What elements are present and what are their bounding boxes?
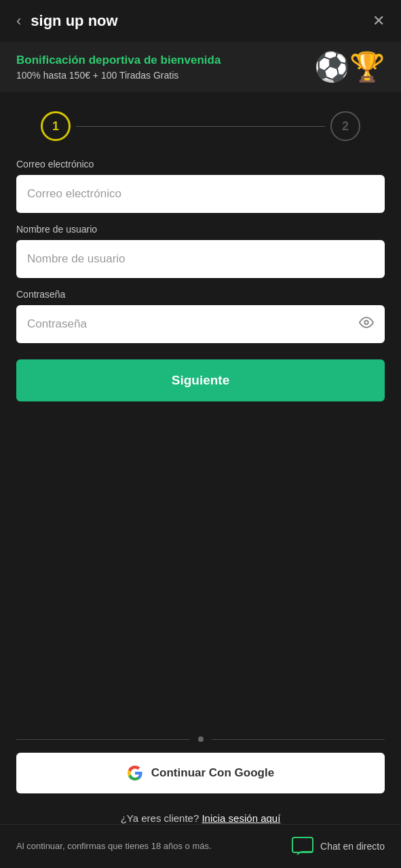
next-button[interactable]: Siguiente — [16, 359, 385, 401]
password-toggle-icon[interactable] — [359, 315, 374, 334]
divider-line-left — [16, 739, 190, 740]
password-label: Contraseña — [16, 289, 385, 300]
chat-label: Chat en directo — [320, 841, 385, 852]
chat-button[interactable]: Chat en directo — [292, 837, 385, 856]
email-field-group: Correo electrónico — [16, 159, 385, 213]
banner-title: Bonificación deportiva de bienvenida — [16, 54, 221, 67]
footer: Al continuar, confirmas que tienes 18 añ… — [0, 824, 401, 868]
username-field-group: Nombre de usuario — [16, 224, 385, 278]
chat-icon — [292, 837, 313, 856]
already-client-text: ¿Ya eres cliente? — [121, 812, 199, 824]
email-input[interactable] — [16, 175, 385, 213]
email-label: Correo electrónico — [16, 159, 385, 170]
progress-steps: 1 2 — [0, 92, 401, 152]
email-input-wrapper — [16, 175, 385, 213]
signup-form: Correo electrónico Nombre de usuario Con… — [0, 152, 401, 720]
username-label: Nombre de usuario — [16, 224, 385, 235]
password-field-group: Contraseña — [16, 289, 385, 343]
page-title: sign up now — [31, 12, 373, 30]
password-input[interactable] — [16, 305, 385, 343]
divider-dot — [198, 736, 204, 742]
banner-text: Bonificación deportiva de bienvenida 100… — [16, 54, 221, 81]
google-signin-button[interactable]: Continuar Con Google — [16, 753, 385, 793]
close-button[interactable]: ✕ — [373, 12, 385, 30]
banner-subtitle: 100% hasta 150€ + 100 Tiradas Gratis — [16, 70, 221, 81]
already-client-section: ¿Ya eres cliente? Inicia sesión aquí — [0, 812, 401, 824]
banner-icons: ⚽🏆 — [314, 53, 385, 81]
svg-point-0 — [364, 321, 368, 325]
step-2: 2 — [330, 111, 360, 141]
password-input-wrapper — [16, 305, 385, 343]
divider — [0, 720, 401, 753]
divider-line-right — [212, 739, 385, 740]
google-icon — [127, 765, 143, 781]
step-line — [76, 126, 325, 127]
svg-rect-1 — [292, 837, 313, 852]
login-link[interactable]: Inicia sesión aquí — [202, 812, 280, 824]
username-input-wrapper — [16, 240, 385, 278]
footer-disclaimer: Al continuar, confirmas que tienes 18 añ… — [16, 840, 212, 852]
username-input[interactable] — [16, 240, 385, 278]
back-button[interactable]: ‹ — [16, 14, 21, 28]
step-1: 1 — [41, 111, 71, 141]
promo-banner: Bonificación deportiva de bienvenida 100… — [0, 42, 401, 92]
header: ‹ sign up now ✕ — [0, 0, 401, 42]
google-button-label: Continuar Con Google — [151, 766, 274, 780]
